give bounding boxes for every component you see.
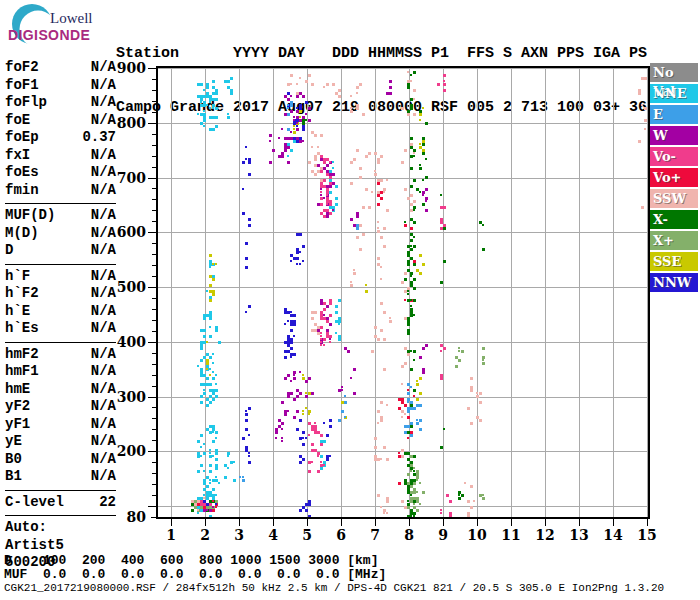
echo-point xyxy=(374,173,377,176)
echo-point xyxy=(299,110,302,113)
echo-point xyxy=(383,227,386,230)
echo-point xyxy=(332,209,334,211)
echo-point xyxy=(404,452,407,455)
echo-point xyxy=(305,392,307,394)
parameter-row: h`FN/A xyxy=(5,268,116,286)
echo-point xyxy=(209,395,212,398)
echo-point xyxy=(413,470,415,472)
echo-point xyxy=(218,341,221,344)
parameter-value: N/A xyxy=(91,182,116,200)
echo-point xyxy=(404,149,407,152)
parameter-value: N/A xyxy=(91,451,116,469)
echo-point xyxy=(302,413,304,415)
echo-point xyxy=(200,500,203,503)
echo-point xyxy=(416,500,419,503)
echo-point xyxy=(416,404,419,407)
echo-point xyxy=(284,149,287,152)
echo-point xyxy=(425,188,428,191)
echo-point xyxy=(482,248,485,251)
echo-point xyxy=(320,134,323,137)
echo-point xyxy=(419,110,422,113)
echo-point xyxy=(386,497,389,500)
echo-point xyxy=(305,101,308,104)
echo-point xyxy=(410,299,412,301)
echo-point xyxy=(290,260,292,262)
echo-point xyxy=(326,335,329,338)
echo-point xyxy=(305,80,308,83)
echo-point xyxy=(386,404,388,406)
echo-point xyxy=(344,395,346,397)
echo-point xyxy=(320,434,323,437)
echo-point xyxy=(407,332,410,335)
echo-point xyxy=(362,206,365,209)
echo-point xyxy=(332,161,334,163)
lowell-digisonde-logo: Lowell DIGISONDE xyxy=(4,2,116,52)
echo-point xyxy=(323,86,325,88)
echo-point xyxy=(215,494,217,496)
echo-point xyxy=(203,503,206,506)
echo-point xyxy=(335,197,338,200)
echo-point xyxy=(314,329,317,332)
echo-point xyxy=(215,389,218,392)
echo-point xyxy=(413,179,416,182)
echo-point xyxy=(248,158,251,161)
parameter-row: yF2N/A xyxy=(5,398,116,416)
parameter-label: fxI xyxy=(5,147,30,165)
echo-point xyxy=(290,104,293,107)
echo-point xyxy=(296,95,299,98)
parameter-label: MUF(D) xyxy=(5,207,55,225)
echo-point xyxy=(293,398,296,401)
echo-point xyxy=(407,329,410,332)
parameter-value: N/A xyxy=(91,112,116,130)
echo-point xyxy=(338,323,340,325)
echo-point xyxy=(320,341,322,343)
x-axis-tick xyxy=(647,519,648,526)
legend-item: X+ xyxy=(650,231,698,250)
echo-point xyxy=(206,491,209,494)
echo-point xyxy=(200,395,203,398)
echo-point xyxy=(383,368,386,371)
echo-point xyxy=(203,125,205,127)
echo-point xyxy=(215,431,218,434)
parameter-label: Artist5 xyxy=(5,537,64,555)
echo-point xyxy=(302,260,304,262)
x-axis-label: 8 xyxy=(394,527,424,543)
echo-point xyxy=(206,86,209,89)
echo-point xyxy=(443,74,446,77)
echo-point xyxy=(299,116,301,118)
echo-point xyxy=(326,320,329,323)
echo-point xyxy=(356,224,359,227)
echo-point xyxy=(353,392,356,395)
echo-point xyxy=(245,311,247,313)
echo-point xyxy=(197,440,200,443)
echo-point xyxy=(380,179,383,182)
echo-point xyxy=(482,347,485,350)
x-axis-tick xyxy=(341,519,342,526)
echo-point xyxy=(458,494,460,496)
parameter-label: M(D) xyxy=(5,225,39,243)
echo-point xyxy=(359,224,362,227)
echo-point xyxy=(248,161,251,164)
x-axis-label: 1 xyxy=(156,527,186,543)
x-axis-tick xyxy=(545,519,546,526)
echo-point xyxy=(248,224,251,227)
echo-point xyxy=(479,401,482,404)
echo-point xyxy=(308,503,311,506)
echo-point xyxy=(386,500,389,503)
echo-point xyxy=(215,383,217,385)
echo-point xyxy=(215,263,217,265)
echo-point xyxy=(377,191,380,194)
echo-point xyxy=(290,356,292,358)
x-axis-label: 7 xyxy=(360,527,390,543)
echo-point xyxy=(338,419,341,422)
echo-point xyxy=(374,458,377,461)
echo-point xyxy=(278,425,281,428)
echo-point xyxy=(407,410,410,413)
echo-point xyxy=(416,380,418,382)
parameter-value: N/A xyxy=(91,268,116,286)
parameter-row: DN/A xyxy=(5,242,116,260)
echo-point xyxy=(278,137,280,139)
echo-point xyxy=(410,470,412,472)
echo-point xyxy=(440,281,443,284)
echo-point xyxy=(467,500,470,503)
